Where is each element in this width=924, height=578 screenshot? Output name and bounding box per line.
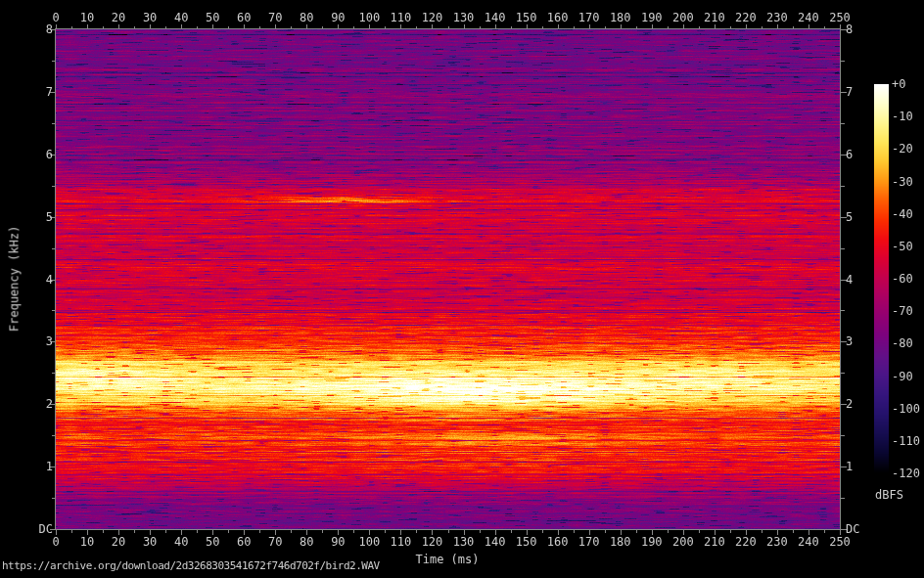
y-tick-label-right: 4 — [846, 273, 853, 286]
x-tick-label-top: 20 — [112, 12, 125, 24]
colorbar-tick-label: +0 — [892, 78, 905, 91]
x-tick-label-bottom: 100 — [359, 536, 381, 549]
x-tick-label-bottom: 80 — [300, 536, 313, 549]
y-tick-label-left: 4 — [46, 273, 53, 286]
x-tick-label-top: 100 — [359, 12, 381, 24]
x-tick-label-top: 220 — [735, 12, 757, 24]
x-tick-label-bottom: 60 — [237, 536, 251, 549]
x-tick-label-bottom: 30 — [143, 536, 157, 549]
colorbar-tick-label: -60 — [892, 273, 913, 286]
y-tick-label-left: 6 — [46, 148, 53, 160]
x-tick-label-top: 60 — [237, 12, 251, 24]
y-axis-title: Frequency (kHz) — [9, 226, 22, 332]
x-tick-label-top: 180 — [610, 12, 631, 24]
colorbar-tick-label: -50 — [892, 240, 913, 252]
y-tick-label-left: 3 — [46, 335, 53, 348]
x-tick-label-bottom: 240 — [798, 536, 819, 549]
colorbar-tick-label: -120 — [892, 467, 920, 480]
x-tick-label-top: 10 — [80, 12, 94, 24]
y-tick-label-right: 8 — [846, 23, 853, 36]
x-tick-label-top: 230 — [766, 12, 788, 24]
x-tick-label-bottom: 130 — [453, 536, 475, 549]
colorbar-tick-label: -100 — [892, 402, 920, 415]
x-tick-label-bottom: 140 — [485, 536, 506, 549]
x-tick-label-top: 70 — [268, 12, 282, 24]
x-tick-label-bottom: 20 — [112, 536, 125, 549]
colorbar-tick-label: -30 — [892, 175, 913, 188]
colorbar-tick-label: -80 — [892, 337, 913, 350]
x-tick-label-bottom: 70 — [268, 536, 282, 549]
y-tick-label-left: 2 — [46, 398, 53, 411]
x-tick-label-bottom: 210 — [704, 536, 725, 549]
x-axis-title: Time (ms) — [415, 554, 479, 566]
y-tick-label-right: 5 — [846, 210, 853, 223]
x-tick-label-top: 160 — [547, 12, 569, 24]
colorbar-tick-label: -70 — [892, 305, 913, 318]
x-tick-label-top: 210 — [704, 12, 725, 24]
x-tick-label-bottom: 190 — [641, 536, 663, 549]
y-tick-label-right: 3 — [846, 335, 853, 348]
y-tick-label-right: 6 — [846, 148, 853, 160]
spectrogram-window: 0010102020303040405050606070708080909010… — [0, 0, 924, 578]
x-tick-label-bottom: 220 — [735, 536, 757, 549]
x-tick-label-top: 110 — [391, 12, 412, 24]
x-tick-label-top: 40 — [174, 12, 188, 24]
colorbar-tick-label: -10 — [892, 111, 913, 123]
colorbar-tick-label: -40 — [892, 207, 913, 220]
y-tick-label-left: 5 — [46, 210, 53, 223]
x-tick-label-bottom: 180 — [610, 536, 631, 549]
x-tick-label-top: 0 — [52, 12, 59, 24]
x-tick-label-top: 120 — [422, 12, 443, 24]
x-tick-label-top: 140 — [485, 12, 506, 24]
x-tick-label-bottom: 40 — [174, 536, 188, 549]
x-tick-label-top: 190 — [641, 12, 663, 24]
x-tick-label-bottom: 150 — [516, 536, 537, 549]
x-tick-label-top: 150 — [516, 12, 537, 24]
x-tick-label-bottom: 0 — [52, 536, 59, 549]
x-tick-label-bottom: 160 — [547, 536, 569, 549]
x-tick-label-bottom: 230 — [766, 536, 788, 549]
y-tick-label-left: 7 — [46, 85, 53, 98]
x-tick-label-bottom: 50 — [206, 536, 219, 549]
y-tick-label-right: 2 — [846, 398, 853, 411]
y-tick-label-left: 8 — [46, 23, 53, 36]
x-tick-label-bottom: 200 — [672, 536, 694, 549]
spectrogram-canvas[interactable] — [0, 0, 924, 578]
x-tick-label-top: 240 — [798, 12, 819, 24]
x-tick-label-top: 30 — [143, 12, 157, 24]
colorbar-tick-label: -20 — [892, 143, 913, 156]
y-tick-label-left: DC — [39, 523, 53, 536]
x-tick-label-top: 170 — [578, 12, 600, 24]
x-tick-label-bottom: 170 — [578, 536, 600, 549]
x-tick-label-top: 90 — [331, 12, 345, 24]
x-tick-label-bottom: 90 — [331, 536, 345, 549]
x-tick-label-top: 130 — [453, 12, 475, 24]
y-tick-label-right: 1 — [846, 461, 853, 473]
x-tick-label-bottom: 110 — [391, 536, 412, 549]
y-tick-label-right: DC — [846, 523, 859, 536]
x-tick-label-top: 200 — [672, 12, 694, 24]
x-tick-label-bottom: 250 — [829, 536, 851, 549]
x-tick-label-top: 80 — [300, 12, 313, 24]
source-url-caption: https://archive.org/download/2d326830354… — [2, 559, 380, 572]
colorbar-tick-label: -90 — [892, 370, 913, 382]
x-tick-label-bottom: 120 — [422, 536, 443, 549]
x-tick-label-bottom: 10 — [80, 536, 94, 549]
y-tick-label-left: 1 — [46, 461, 53, 473]
colorbar-tick-label: -110 — [892, 434, 920, 447]
colorbar-title: dBFS — [875, 489, 903, 502]
x-tick-label-top: 50 — [206, 12, 219, 24]
y-tick-label-right: 7 — [846, 85, 853, 98]
